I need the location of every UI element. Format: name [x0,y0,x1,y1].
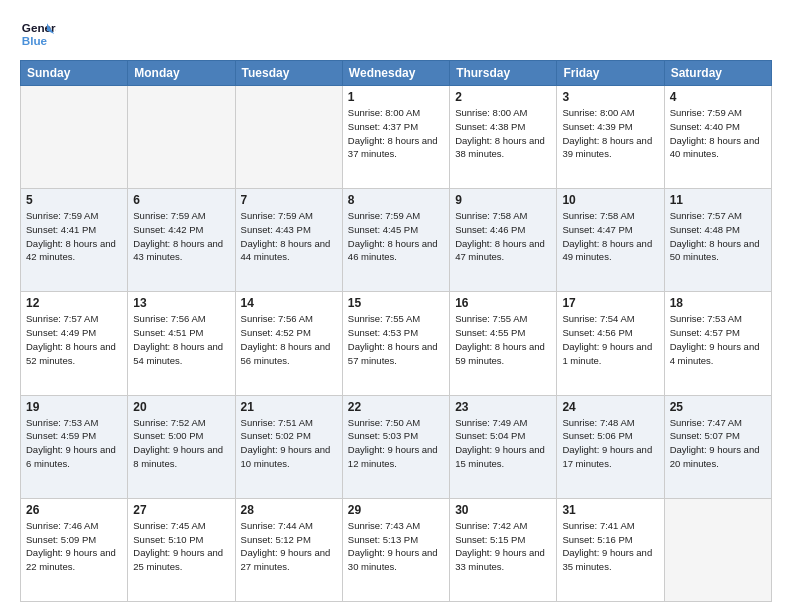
week-row-1: 5Sunrise: 7:59 AM Sunset: 4:41 PM Daylig… [21,189,772,292]
calendar-cell [128,86,235,189]
day-number: 2 [455,90,551,104]
day-number: 5 [26,193,122,207]
calendar-cell: 8Sunrise: 7:59 AM Sunset: 4:45 PM Daylig… [342,189,449,292]
day-info: Sunrise: 7:58 AM Sunset: 4:47 PM Dayligh… [562,209,658,264]
calendar-cell: 9Sunrise: 7:58 AM Sunset: 4:46 PM Daylig… [450,189,557,292]
day-info: Sunrise: 7:52 AM Sunset: 5:00 PM Dayligh… [133,416,229,471]
day-info: Sunrise: 7:48 AM Sunset: 5:06 PM Dayligh… [562,416,658,471]
weekday-header-monday: Monday [128,61,235,86]
calendar-cell: 5Sunrise: 7:59 AM Sunset: 4:41 PM Daylig… [21,189,128,292]
calendar-cell: 22Sunrise: 7:50 AM Sunset: 5:03 PM Dayli… [342,395,449,498]
day-number: 18 [670,296,766,310]
day-number: 27 [133,503,229,517]
day-number: 11 [670,193,766,207]
day-number: 6 [133,193,229,207]
weekday-header-sunday: Sunday [21,61,128,86]
day-info: Sunrise: 7:42 AM Sunset: 5:15 PM Dayligh… [455,519,551,574]
weekday-header-wednesday: Wednesday [342,61,449,86]
weekday-header-saturday: Saturday [664,61,771,86]
calendar-cell: 18Sunrise: 7:53 AM Sunset: 4:57 PM Dayli… [664,292,771,395]
day-info: Sunrise: 7:45 AM Sunset: 5:10 PM Dayligh… [133,519,229,574]
calendar-cell: 7Sunrise: 7:59 AM Sunset: 4:43 PM Daylig… [235,189,342,292]
calendar-cell: 21Sunrise: 7:51 AM Sunset: 5:02 PM Dayli… [235,395,342,498]
day-info: Sunrise: 7:59 AM Sunset: 4:43 PM Dayligh… [241,209,337,264]
day-number: 28 [241,503,337,517]
day-info: Sunrise: 7:59 AM Sunset: 4:40 PM Dayligh… [670,106,766,161]
day-info: Sunrise: 7:54 AM Sunset: 4:56 PM Dayligh… [562,312,658,367]
day-number: 7 [241,193,337,207]
day-info: Sunrise: 7:43 AM Sunset: 5:13 PM Dayligh… [348,519,444,574]
calendar-cell: 30Sunrise: 7:42 AM Sunset: 5:15 PM Dayli… [450,498,557,601]
calendar-cell: 6Sunrise: 7:59 AM Sunset: 4:42 PM Daylig… [128,189,235,292]
day-info: Sunrise: 7:50 AM Sunset: 5:03 PM Dayligh… [348,416,444,471]
day-info: Sunrise: 7:58 AM Sunset: 4:46 PM Dayligh… [455,209,551,264]
calendar-cell: 14Sunrise: 7:56 AM Sunset: 4:52 PM Dayli… [235,292,342,395]
calendar-cell [21,86,128,189]
day-number: 22 [348,400,444,414]
day-number: 4 [670,90,766,104]
day-number: 25 [670,400,766,414]
day-number: 24 [562,400,658,414]
calendar-cell: 26Sunrise: 7:46 AM Sunset: 5:09 PM Dayli… [21,498,128,601]
calendar-cell [664,498,771,601]
day-info: Sunrise: 7:56 AM Sunset: 4:51 PM Dayligh… [133,312,229,367]
day-number: 26 [26,503,122,517]
svg-text:Blue: Blue [22,34,48,47]
week-row-3: 19Sunrise: 7:53 AM Sunset: 4:59 PM Dayli… [21,395,772,498]
day-info: Sunrise: 7:47 AM Sunset: 5:07 PM Dayligh… [670,416,766,471]
calendar-cell: 4Sunrise: 7:59 AM Sunset: 4:40 PM Daylig… [664,86,771,189]
calendar-cell: 15Sunrise: 7:55 AM Sunset: 4:53 PM Dayli… [342,292,449,395]
calendar-cell: 27Sunrise: 7:45 AM Sunset: 5:10 PM Dayli… [128,498,235,601]
day-info: Sunrise: 7:59 AM Sunset: 4:42 PM Dayligh… [133,209,229,264]
calendar-cell [235,86,342,189]
day-info: Sunrise: 7:41 AM Sunset: 5:16 PM Dayligh… [562,519,658,574]
day-info: Sunrise: 7:53 AM Sunset: 4:57 PM Dayligh… [670,312,766,367]
day-info: Sunrise: 7:53 AM Sunset: 4:59 PM Dayligh… [26,416,122,471]
day-number: 1 [348,90,444,104]
day-info: Sunrise: 7:56 AM Sunset: 4:52 PM Dayligh… [241,312,337,367]
calendar-cell: 28Sunrise: 7:44 AM Sunset: 5:12 PM Dayli… [235,498,342,601]
weekday-header-row: SundayMondayTuesdayWednesdayThursdayFrid… [21,61,772,86]
calendar-table: SundayMondayTuesdayWednesdayThursdayFrid… [20,60,772,602]
day-number: 19 [26,400,122,414]
day-info: Sunrise: 7:55 AM Sunset: 4:53 PM Dayligh… [348,312,444,367]
day-number: 30 [455,503,551,517]
calendar-cell: 23Sunrise: 7:49 AM Sunset: 5:04 PM Dayli… [450,395,557,498]
page: General Blue SundayMondayTuesdayWednesda… [0,0,792,612]
calendar-cell: 31Sunrise: 7:41 AM Sunset: 5:16 PM Dayli… [557,498,664,601]
day-number: 3 [562,90,658,104]
day-number: 20 [133,400,229,414]
day-number: 12 [26,296,122,310]
week-row-4: 26Sunrise: 7:46 AM Sunset: 5:09 PM Dayli… [21,498,772,601]
day-number: 17 [562,296,658,310]
calendar-cell: 3Sunrise: 8:00 AM Sunset: 4:39 PM Daylig… [557,86,664,189]
calendar-cell: 25Sunrise: 7:47 AM Sunset: 5:07 PM Dayli… [664,395,771,498]
day-info: Sunrise: 8:00 AM Sunset: 4:39 PM Dayligh… [562,106,658,161]
calendar-cell: 29Sunrise: 7:43 AM Sunset: 5:13 PM Dayli… [342,498,449,601]
day-info: Sunrise: 8:00 AM Sunset: 4:37 PM Dayligh… [348,106,444,161]
calendar-cell: 1Sunrise: 8:00 AM Sunset: 4:37 PM Daylig… [342,86,449,189]
calendar-cell: 17Sunrise: 7:54 AM Sunset: 4:56 PM Dayli… [557,292,664,395]
calendar-cell: 2Sunrise: 8:00 AM Sunset: 4:38 PM Daylig… [450,86,557,189]
day-info: Sunrise: 7:44 AM Sunset: 5:12 PM Dayligh… [241,519,337,574]
day-number: 23 [455,400,551,414]
weekday-header-tuesday: Tuesday [235,61,342,86]
day-number: 9 [455,193,551,207]
day-number: 10 [562,193,658,207]
day-info: Sunrise: 7:49 AM Sunset: 5:04 PM Dayligh… [455,416,551,471]
logo-icon: General Blue [20,16,56,52]
day-number: 16 [455,296,551,310]
calendar-cell: 19Sunrise: 7:53 AM Sunset: 4:59 PM Dayli… [21,395,128,498]
day-info: Sunrise: 7:55 AM Sunset: 4:55 PM Dayligh… [455,312,551,367]
day-info: Sunrise: 7:51 AM Sunset: 5:02 PM Dayligh… [241,416,337,471]
day-number: 8 [348,193,444,207]
day-number: 14 [241,296,337,310]
day-number: 15 [348,296,444,310]
day-info: Sunrise: 7:57 AM Sunset: 4:49 PM Dayligh… [26,312,122,367]
week-row-2: 12Sunrise: 7:57 AM Sunset: 4:49 PM Dayli… [21,292,772,395]
weekday-header-thursday: Thursday [450,61,557,86]
day-info: Sunrise: 7:57 AM Sunset: 4:48 PM Dayligh… [670,209,766,264]
calendar-cell: 20Sunrise: 7:52 AM Sunset: 5:00 PM Dayli… [128,395,235,498]
calendar-cell: 24Sunrise: 7:48 AM Sunset: 5:06 PM Dayli… [557,395,664,498]
calendar-cell: 11Sunrise: 7:57 AM Sunset: 4:48 PM Dayli… [664,189,771,292]
